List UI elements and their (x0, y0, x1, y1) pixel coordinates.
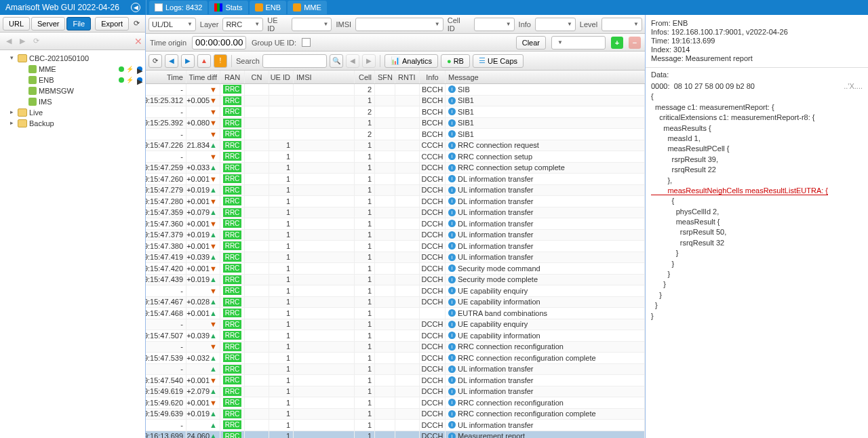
table-row[interactable]: 19:15:47.360+0.001 ▼RRC11DCCHiDL informa… (146, 218, 645, 230)
tab-enb[interactable]: ENB (250, 1, 287, 14)
table-row[interactable]: - ▼RRC2BCCHiSIB1 (146, 106, 645, 118)
next-tool-icon[interactable]: ▶ (181, 54, 195, 68)
tab-logs8432[interactable]: Logs: 8432 (149, 1, 208, 14)
table-row[interactable]: 19:16:13.699+24.060 ▲RRC11DCCHiMeasureme… (146, 431, 645, 439)
search-prev-icon[interactable]: ◀ (346, 54, 359, 68)
binoculars-icon[interactable]: 🔍 (330, 54, 343, 68)
info-combo[interactable]: ▼ (535, 18, 576, 31)
tab-mme[interactable]: MME (288, 1, 327, 14)
expander-icon[interactable]: ▾ (7, 54, 16, 62)
imsi-combo[interactable]: ▼ (355, 18, 443, 31)
table-row[interactable]: 19:15:47.539+0.032 ▲RRC11DCCHiRRC connec… (146, 353, 645, 364)
collapse-leftpane-icon[interactable]: ◀ (131, 3, 140, 12)
add-filter-icon[interactable]: + (611, 37, 623, 49)
tree-item-mbmsgw[interactable]: MBMSGW (0, 85, 145, 96)
cellid-combo[interactable]: ▼ (474, 18, 515, 31)
col-header-info[interactable]: Info (420, 71, 446, 83)
close-icon[interactable]: ✕ (134, 36, 142, 47)
export-button[interactable]: Export (95, 17, 129, 31)
table-row[interactable]: 19:15:47.540+0.001 ▼RRC11DCCHiDL informa… (146, 375, 645, 386)
tree-item-mme[interactable]: MME⚡▶ (0, 64, 145, 75)
tree-item-live[interactable]: ▸Live (0, 107, 145, 118)
table-row[interactable]: - ▼RRC2BCCHiSIB1 (146, 129, 645, 140)
col-header-msg[interactable]: Message (446, 71, 645, 83)
col-header-ran[interactable]: RAN (220, 71, 245, 83)
grid-body[interactable]: - ▼RRC2BCCHiSIB19:15:25.312+0.005 ▼RRC1B… (146, 84, 645, 438)
table-row[interactable]: 19:15:47.439+0.019 ▲RRC11DCCHiSecurity m… (146, 275, 645, 286)
warn-tool-icon[interactable]: ▲ (197, 54, 211, 68)
table-row[interactable]: 19:15:47.280+0.001 ▼RRC11DCCHiDL informa… (146, 196, 645, 207)
col-header-diff[interactable]: Time diff (186, 71, 220, 83)
expander-icon[interactable]: ▸ (7, 119, 16, 127)
ueid-combo[interactable]: ▼ (292, 18, 332, 31)
tree-item-enb[interactable]: ENB⚡▶ (0, 75, 145, 85)
col-header-ueid[interactable]: UE ID (269, 71, 294, 83)
table-row[interactable]: 19:15:47.467+0.028 ▲RRC11DCCHiUE capabil… (146, 297, 645, 308)
table-row[interactable]: 19:15:47.507+0.039 ▲RRC11DCCHiUE capabil… (146, 330, 645, 342)
table-row[interactable]: 19:15:25.312+0.005 ▼RRC1BCCHiSIB1 (146, 96, 645, 107)
analytics-button[interactable]: 📊 Analytics (384, 54, 438, 68)
tree-item-backup[interactable]: ▸Backup (0, 118, 145, 129)
table-row[interactable]: 19:15:47.380+0.001 ▼RRC11DCCHiDL informa… (146, 241, 645, 252)
cell-cn (245, 386, 269, 397)
status-dot-blue[interactable]: ▶ (137, 66, 142, 72)
expander-icon[interactable]: ▸ (7, 108, 16, 117)
status-dot-blue[interactable]: ▶ (137, 77, 142, 83)
cell-sfn (375, 241, 395, 252)
table-row[interactable]: - ▼RRC11DCCHiUE capability enquiry (146, 319, 645, 331)
prev-tool-icon[interactable]: ◀ (165, 54, 178, 68)
rb-button[interactable]: ● RB (441, 54, 470, 68)
table-row[interactable]: 19:15:47.420+0.001 ▼RRC11DCCHiSecurity m… (146, 263, 645, 275)
col-header-sfn[interactable]: SFN (375, 71, 395, 83)
nav-back-icon[interactable]: ◀ (3, 35, 15, 47)
table-row[interactable]: 19:15:49.639+0.019 ▲RRC11DCCHiRRC connec… (146, 409, 645, 420)
server-button[interactable]: Server (31, 17, 65, 31)
col-header-cn[interactable]: CN (245, 71, 269, 83)
table-row[interactable]: 19:15:47.279+0.019 ▲RRC11DCCHiUL informa… (146, 185, 645, 197)
col-header-cell[interactable]: Cell (355, 71, 375, 83)
alert-tool-icon[interactable]: ! (214, 54, 227, 68)
refresh-tool-icon[interactable]: ⟳ (149, 54, 162, 68)
layer-combo[interactable]: RRC▼ (222, 18, 263, 31)
cell-time: 19:15:47.419 (146, 252, 186, 263)
table-row[interactable]: - ▼RRC11DCCHiRRC connection reconfigurat… (146, 342, 645, 353)
table-row[interactable]: 19:15:25.392+0.080 ▼RRC1BCCHiSIB1 (146, 118, 645, 130)
table-row[interactable]: - ▼RRC11DCCHiUE capability enquiry (146, 285, 645, 297)
time-origin-input[interactable] (192, 36, 246, 49)
table-row[interactable]: 19:15:47.226+21.834 ▲RRC11CCCHiRRC conne… (146, 140, 645, 152)
level-combo[interactable]: ▼ (601, 18, 642, 31)
tab-stats[interactable]: Stats (209, 1, 248, 14)
table-row[interactable]: 19:15:47.259+0.033 ▲RRC11DCCHiRRC connec… (146, 163, 645, 174)
refresh-icon[interactable]: ⟳ (130, 18, 142, 30)
uldl-combo[interactable]: UL/DL▼ (149, 18, 196, 31)
group-ueid-checkbox[interactable] (302, 38, 311, 47)
table-row[interactable]: 19:15:49.620+0.001 ▼RRC11DCCHiRRC connec… (146, 397, 645, 409)
url-button[interactable]: URL (3, 17, 30, 31)
table-row[interactable]: 19:15:47.260+0.001 ▼RRC11DCCHiDL informa… (146, 174, 645, 185)
file-button[interactable]: File (66, 17, 91, 31)
table-row[interactable]: - ▼RRC11CCCHiRRC connection setup (146, 151, 645, 163)
table-row[interactable]: 19:15:47.379+0.019 ▲RRC11DCCHiUL informa… (146, 230, 645, 241)
table-row[interactable]: - ▲RRC11DCCHiUL information transfer (146, 420, 645, 431)
table-row[interactable]: - ▼RRC2BCCHiSIB (146, 84, 645, 96)
table-row[interactable]: 19:15:47.359+0.079 ▲RRC11DCCHiUL informa… (146, 207, 645, 219)
tree-item-cbc-2021050100[interactable]: ▾CBC-2021050100 (0, 53, 145, 64)
col-header-time[interactable]: Time (146, 71, 186, 83)
table-row[interactable]: 19:15:47.468+0.001 ▲RRC11iEUTRA band com… (146, 308, 645, 319)
uecaps-button[interactable]: ☰ UE Caps (473, 54, 524, 68)
search-input[interactable] (262, 54, 327, 68)
col-header-rnti[interactable]: RNTI (395, 71, 420, 83)
detail-body[interactable]: 0000: 08 10 27 58 00 09 b2 80..'X.... { … (646, 79, 868, 438)
cell-rnti (395, 151, 420, 162)
col-header-imsi[interactable]: IMSI (294, 71, 355, 83)
table-row[interactable]: - ▲RRC11DCCHiUL information transfer (146, 364, 645, 376)
table-row[interactable]: 19:15:47.419+0.039 ▲RRC11DCCHiUL informa… (146, 252, 645, 264)
tree-item-ims[interactable]: IMS (0, 96, 145, 107)
search-next-icon[interactable]: ▶ (362, 54, 376, 68)
clear-button[interactable]: Clear (516, 36, 546, 49)
remove-filter-icon[interactable]: − (629, 37, 641, 49)
table-row[interactable]: 19:15:49.619+2.079 ▲RRC11DCCHiUL informa… (146, 386, 645, 398)
nav-reload-icon[interactable]: ⟳ (30, 35, 42, 47)
filter-preset-combo[interactable]: ▼ (551, 36, 606, 49)
nav-fwd-icon[interactable]: ▶ (16, 35, 28, 47)
